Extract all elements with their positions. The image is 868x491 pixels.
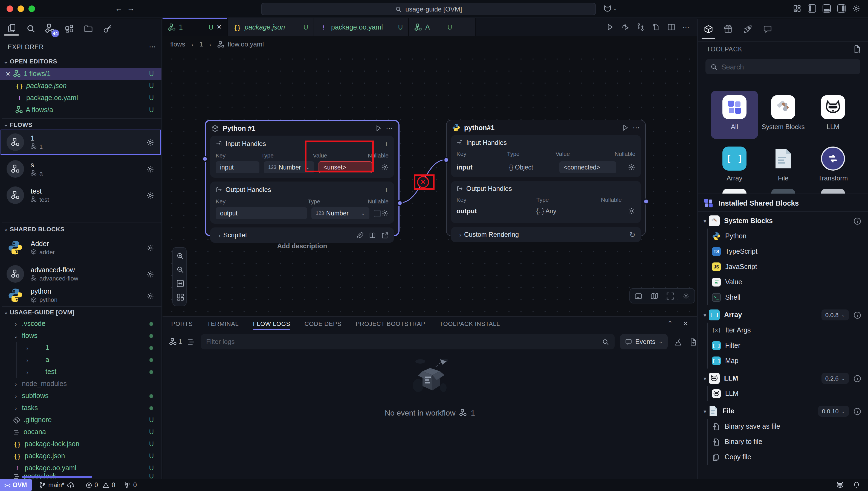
tree-item-oocana[interactable]: oocanaU [0,426,161,438]
open-external-icon[interactable] [381,232,388,239]
shared-blocks-header[interactable]: ⌄ SHARED BLOCKS [2,223,162,235]
add-input-icon[interactable]: + [384,139,388,148]
toolpack-search-input[interactable]: Search [705,59,860,75]
explorer-activity-icon[interactable] [4,21,19,35]
tab-flow-logs[interactable]: FLOW LOGS [253,317,290,331]
sync-changes-icon[interactable] [636,23,645,31]
clear-logs-icon[interactable] [674,338,682,346]
history-forward-icon[interactable]: → [127,4,135,12]
category-system-blocks[interactable]: System Blocks [761,95,806,131]
category-llm[interactable]: LLM [811,95,856,131]
tree-item-package-json[interactable]: { } package.jsonU [0,450,161,462]
toggle-left-sidebar-icon[interactable] [808,4,816,12]
block-typescript[interactable]: TS TypeScript [698,244,868,259]
tab-code-deps[interactable]: CODE DEPS [304,317,342,331]
breadcrumb-item[interactable]: flow.oo.yaml [228,40,264,48]
tab-package-json[interactable]: { } package.json U [228,18,314,36]
command-center-search[interactable]: usage-guide [OVM] [261,3,596,15]
category-all[interactable]: All [712,95,757,131]
tab-flow-a[interactable]: A U [409,18,476,36]
layout-icon[interactable] [173,290,187,304]
maximize-panel-icon[interactable]: ⌃ [668,320,673,327]
close-icon[interactable]: ✕ [5,70,10,77]
rerun-icon[interactable] [621,23,629,31]
tab-package-oo-yaml[interactable]: ! package.oo.yaml U [314,18,409,36]
project-section-header[interactable]: ⌄ USAGE-GUIDE [OVM] [2,306,162,317]
add-output-icon[interactable]: + [384,185,388,194]
output-handle-dot[interactable] [643,199,649,204]
horizontal-scrollbar[interactable] [22,476,92,478]
block-copy-file[interactable]: Copy file [698,450,868,465]
attach-icon[interactable] [356,232,363,239]
toggle-right-sidebar-icon[interactable] [837,4,846,12]
search-activity-icon[interactable] [24,21,38,35]
flows-section-header[interactable]: ⌄ FLOWS [2,118,162,130]
block-value[interactable]: Value [698,275,868,290]
flow-card-1[interactable]: 1 1 [1,129,161,155]
input-key-field[interactable]: input [216,161,260,173]
problems-status[interactable]: 0 0 [85,482,115,489]
category-file[interactable]: File [761,147,806,183]
nullable-checkbox[interactable] [374,210,381,217]
block-shell[interactable]: >_ Shell [698,290,868,305]
fox-assistant-icon[interactable] [836,481,844,489]
gear-icon[interactable] [146,292,154,300]
tree-item-tasks[interactable]: ›tasks [0,402,161,414]
breadcrumb-item[interactable]: flows [170,40,185,48]
open-editor-item[interactable]: ! package.oo.yaml U [0,92,161,104]
split-editor-icon[interactable] [667,23,675,31]
flows-activity-icon[interactable]: 44 [43,21,57,35]
info-icon[interactable] [853,407,862,415]
version-select[interactable]: 0.0.10⌄ [818,406,849,416]
tab-feedback-icon[interactable] [760,21,775,37]
block-llm[interactable]: LLM [698,386,868,401]
group-file[interactable]: ▾ File 0.0.10⌄ [698,404,868,419]
shared-block-adder[interactable]: Adder adder [1,235,161,260]
workflow-filter-badge[interactable]: 1 [169,338,182,346]
close-icon[interactable]: ✕ [217,24,222,31]
run-node-icon[interactable] [375,125,382,132]
minimize-window-button[interactable] [18,5,24,12]
flow-card-s[interactable]: s a [1,156,161,181]
gear-icon[interactable] [146,270,154,278]
block-iter-args[interactable]: [x] Iter Args [698,323,868,338]
block-binary-to-file[interactable]: Binary to file [698,434,868,450]
open-editor-item[interactable]: ✕ 1 flows/1 U [0,68,161,80]
block-python[interactable]: Python [698,229,868,244]
scriptlet-section[interactable]: Scriptlet [223,231,247,239]
minimap-icon[interactable] [650,292,658,300]
tree-item-node-modules[interactable]: ›node_modules [0,378,161,390]
tab-rocket-icon[interactable] [740,21,755,37]
console-icon[interactable] [634,292,643,300]
input-handle-dot[interactable] [443,157,449,163]
explorer-more-icon[interactable]: ⋯ [149,42,156,51]
tab-gift-icon[interactable] [721,21,735,37]
more-actions-icon[interactable]: ⋯ [682,23,689,31]
open-editors-header[interactable]: ⌄ OPEN EDITORS [2,58,57,64]
open-editor-item[interactable]: A flows/a U [0,104,161,116]
node-python-1[interactable]: Python #1 ⋯ Input Handles + Key Type Val… [205,120,400,236]
run-node-icon[interactable] [622,124,629,131]
block-javascript[interactable]: JS JavaScript [698,259,868,275]
tree-item-package-oo-yaml[interactable]: ! package.oo.yamlU [0,462,161,474]
tree-item-package-lock[interactable]: { } package-lock.jsonU [0,438,161,450]
tree-item-flows[interactable]: ⌄flows [0,330,161,342]
category-array[interactable]: [ ] Array [712,147,757,183]
zoom-out-icon[interactable] [173,263,187,277]
block-filter[interactable]: [ ] Filter [698,338,868,353]
input-handle-dot[interactable] [202,156,208,162]
gear-icon[interactable] [381,164,388,171]
fit-view-icon[interactable] [173,277,187,290]
blocks-activity-icon[interactable] [62,21,76,35]
new-toolpack-icon[interactable] [853,45,862,54]
customize-layout-icon[interactable] [793,4,801,12]
category-transform[interactable]: Transform [811,147,856,183]
gear-icon[interactable] [628,207,635,215]
folder-activity-icon[interactable] [81,21,95,35]
breadcrumb[interactable]: flows › 1 › flow.oo.yaml [163,37,697,52]
block-binary-save-as-file[interactable]: Binary save as file [698,419,868,434]
zoom-in-icon[interactable] [173,249,187,263]
close-window-button[interactable] [6,5,13,12]
toggle-bottom-panel-icon[interactable] [822,4,831,12]
git-branch-status[interactable]: main* [39,481,75,489]
